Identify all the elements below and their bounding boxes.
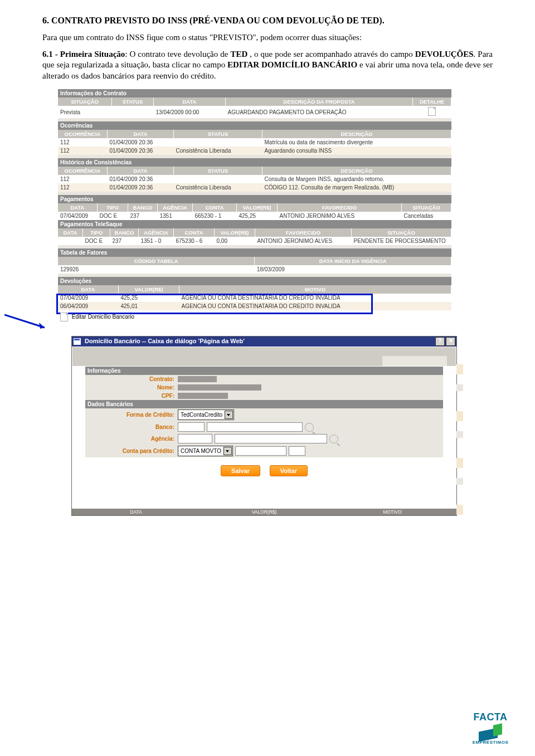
table-pagamentos: DATA TIPO BANCO AGÊNCIA CONTA VALOR(R$) … <box>58 203 451 220</box>
search-icon[interactable] <box>305 423 314 432</box>
section-heading: 6. CONTRATO PREVISTO DO INSS (PRÉ-VENDA … <box>42 16 493 26</box>
agencia-code-input[interactable] <box>178 434 212 443</box>
callout-arrow-icon <box>4 312 51 334</box>
section-telesaque: Pagamentos TeleSaque <box>58 220 451 228</box>
facta-logo: FACTA EMPRÉSTIMOS <box>463 711 518 745</box>
dialog-domicilio-bancario: Domicílio Bancário -- Caixa de diálogo '… <box>71 336 457 516</box>
edit-icon <box>60 313 68 321</box>
section-historico: Histórico de Consistências <box>58 158 451 167</box>
agencia-name-input[interactable] <box>215 434 327 443</box>
svg-marker-1 <box>39 323 45 329</box>
voltar-button[interactable]: Voltar <box>270 465 308 476</box>
dialog-footer: DATAVALOR(R$)MOTIVO <box>72 509 456 515</box>
dialog-title-text: Domicílio Bancário -- Caixa de diálogo '… <box>85 338 245 344</box>
section-pagamentos: Pagamentos <box>58 195 451 203</box>
chevron-down-icon <box>225 411 233 419</box>
detail-icon[interactable] <box>428 107 436 116</box>
decorative-stripes <box>456 364 463 515</box>
banco-name-input[interactable] <box>207 422 303 432</box>
paragraph-61: 6.1 - Primeira Situação: O contrato teve… <box>42 49 493 82</box>
table-ocorrencias: OCORRÊNCIA DATA STATUS DESCRIÇÃO 11201/0… <box>58 130 451 155</box>
conta-credito-select[interactable]: CONTA MOVTO <box>178 446 233 456</box>
forma-credito-select[interactable]: TedContaCredito <box>178 409 234 420</box>
conta-dig-input[interactable] <box>289 446 305 456</box>
editar-domicilio-link[interactable]: Editar Domicílio Bancario <box>58 310 451 324</box>
section-ocorrencias: Ocorrências <box>58 121 451 130</box>
paragraph-intro: Para que um contrato do INSS fique com o… <box>42 32 493 43</box>
chevron-down-icon <box>223 447 232 455</box>
svg-line-0 <box>4 315 45 328</box>
section-devolucoes: Devoluções <box>58 277 451 285</box>
search-icon[interactable] <box>329 435 338 443</box>
section-informacoes: Informações <box>85 367 443 375</box>
help-button[interactable]: ? <box>435 337 445 346</box>
salvar-button[interactable]: Salvar <box>221 465 260 476</box>
section-tabela-fatores: Tabela de Fatores <box>58 248 451 257</box>
close-button[interactable]: ✕ <box>446 337 455 346</box>
table-info-contrato: SITUAÇÃO STATUS DATA DESCRIÇÃO DA PROPOS… <box>58 97 451 118</box>
conta-num-input[interactable] <box>235 446 286 456</box>
table-fatores: CÓDIGO TABELADATA INÍCIO DA VIGÊNCIA 129… <box>58 257 451 274</box>
banco-code-input[interactable] <box>178 422 205 432</box>
dialog-titlebar: Domicílio Bancário -- Caixa de diálogo '… <box>72 336 456 347</box>
table-historico: OCORRÊNCIA DATA STATUS DESCRIÇÃO 11201/0… <box>58 167 451 192</box>
table-devolucoes: DATAVALOR(R$)MOTIVO 07/04/2009425,25AGEN… <box>58 285 451 310</box>
table-telesaque: DATA TIPO BANCO AGÊNCIA CONTA VALOR(R$) … <box>58 228 451 245</box>
section-dados-bancarios: Dados Bancários <box>85 400 443 408</box>
section-info-contrato: Informações do Contrato <box>58 89 451 97</box>
